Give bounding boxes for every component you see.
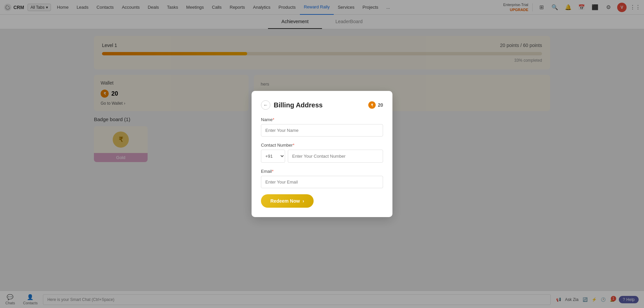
contact-field-group: Contact Number* +91 +1 +44 +61: [261, 143, 383, 163]
name-label: Name*: [261, 117, 383, 122]
name-field-group: Name*: [261, 117, 383, 137]
contact-required-marker: *: [293, 143, 294, 148]
country-code-select[interactable]: +91 +1 +44 +61: [261, 150, 285, 163]
contact-label: Contact Number*: [261, 143, 383, 148]
email-field-group: Email*: [261, 169, 383, 188]
modal-title: Billing Address: [274, 101, 323, 109]
modal-coin-badge: ₹ 20: [368, 101, 383, 109]
modal-overlay[interactable]: ← Billing Address ₹ 20 Name* Contact Num…: [0, 0, 644, 308]
modal-back-button[interactable]: ←: [261, 100, 270, 110]
modal-coin-icon: ₹: [368, 101, 376, 109]
name-required-marker: *: [273, 117, 274, 122]
modal-coin-count: 20: [378, 102, 383, 108]
redeem-arrow-icon: ›: [303, 198, 304, 204]
contact-number-input[interactable]: [288, 150, 383, 163]
name-input[interactable]: [261, 124, 383, 137]
email-required-marker: *: [272, 169, 274, 174]
contact-row: +91 +1 +44 +61: [261, 150, 383, 163]
email-label: Email*: [261, 169, 383, 174]
redeem-now-button[interactable]: Redeem Now ›: [261, 194, 314, 208]
email-input[interactable]: [261, 176, 383, 188]
billing-address-modal: ← Billing Address ₹ 20 Name* Contact Num…: [252, 91, 392, 217]
modal-header-left: ← Billing Address: [261, 100, 323, 110]
modal-header: ← Billing Address ₹ 20: [261, 100, 383, 110]
redeem-label: Redeem Now: [270, 198, 300, 204]
